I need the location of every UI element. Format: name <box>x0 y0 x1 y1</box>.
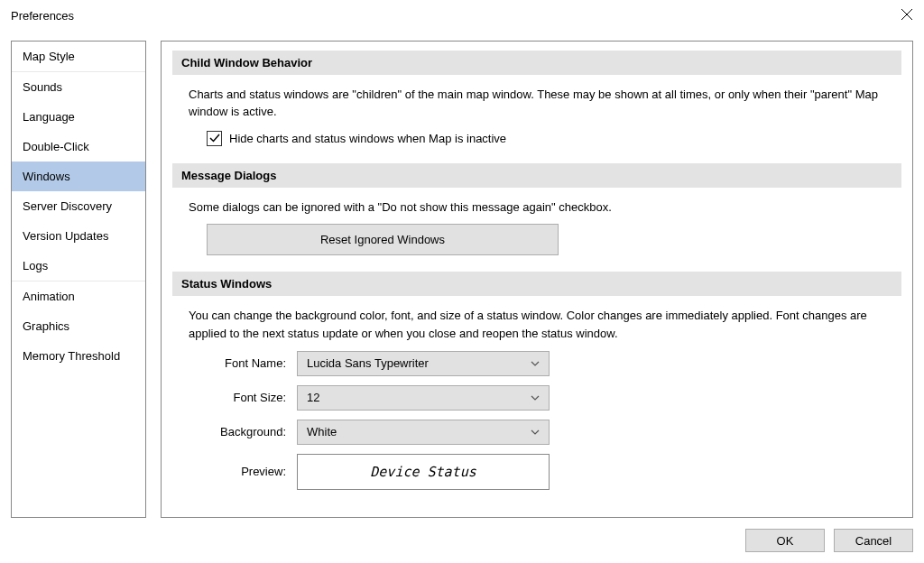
sidebar-item-version-updates[interactable]: Version Updates <box>12 221 145 251</box>
section-body-status-windows: You can change the background color, fon… <box>172 303 901 508</box>
preview-box: Device Status <box>297 454 550 490</box>
sidebar-item-sounds[interactable]: Sounds <box>12 72 145 102</box>
sidebar-group: Animation Graphics Memory Threshold <box>12 282 145 371</box>
font-name-value: Lucida Sans Typewriter <box>307 355 429 373</box>
status-windows-form: Font Name: Lucida Sans Typewriter Font S… <box>189 351 885 490</box>
sidebar-item-windows[interactable]: Windows <box>12 162 145 191</box>
ok-button[interactable]: OK <box>745 529 825 552</box>
sidebar-group: Map Style <box>12 42 145 72</box>
section-header-status-windows: Status Windows <box>172 272 901 296</box>
check-icon <box>209 133 220 143</box>
sidebar-item-graphics[interactable]: Graphics <box>12 311 145 341</box>
message-dialogs-description: Some dialogs can be ignored with a "Do n… <box>189 198 885 217</box>
section-body-child-window: Charts and status windows are "children"… <box>172 82 901 157</box>
sidebar-item-logs[interactable]: Logs <box>12 251 145 281</box>
child-window-description: Charts and status windows are "children"… <box>189 86 885 121</box>
background-label: Background: <box>189 423 297 441</box>
preview-label: Preview: <box>189 463 297 481</box>
close-button[interactable] <box>901 8 913 23</box>
section-body-message-dialogs: Some dialogs can be ignored with a "Do n… <box>172 195 901 264</box>
preview-text: Device Status <box>370 462 476 483</box>
close-icon <box>901 8 913 21</box>
chevron-down-icon <box>531 359 540 368</box>
section-header-child-window: Child Window Behavior <box>172 51 901 75</box>
reset-ignored-windows-button[interactable]: Reset Ignored Windows <box>207 224 559 256</box>
titlebar: Preferences <box>0 0 924 32</box>
sidebar-item-map-style[interactable]: Map Style <box>12 42 145 71</box>
background-row: Background: White <box>189 420 885 445</box>
font-name-label: Font Name: <box>189 355 297 373</box>
hide-charts-checkbox-row[interactable]: Hide charts and status windows when Map … <box>207 130 885 148</box>
font-size-value: 12 <box>307 389 319 407</box>
font-size-select[interactable]: 12 <box>297 385 550 411</box>
section-header-message-dialogs: Message Dialogs <box>172 163 901 188</box>
sidebar-item-language[interactable]: Language <box>12 102 145 132</box>
font-size-row: Font Size: 12 <box>189 385 885 411</box>
window-title: Preferences <box>11 9 74 23</box>
background-value: White <box>307 423 337 441</box>
content-area: Map Style Sounds Language Double-Click W… <box>0 32 924 519</box>
font-size-label: Font Size: <box>189 389 297 407</box>
status-windows-description: You can change the background color, fon… <box>189 307 885 342</box>
sidebar-item-server-discovery[interactable]: Server Discovery <box>12 191 145 221</box>
font-name-row: Font Name: Lucida Sans Typewriter <box>189 351 885 376</box>
chevron-down-icon <box>531 393 540 402</box>
sidebar-item-double-click[interactable]: Double-Click <box>12 132 145 162</box>
sidebar-group: Sounds Language Double-Click Windows Ser… <box>12 72 145 282</box>
background-select[interactable]: White <box>297 420 550 445</box>
font-name-select[interactable]: Lucida Sans Typewriter <box>297 351 550 376</box>
main-panel: Child Window Behavior Charts and status … <box>161 41 913 519</box>
chevron-down-icon <box>531 428 540 437</box>
sidebar-item-memory-threshold[interactable]: Memory Threshold <box>12 341 145 371</box>
hide-charts-checkbox[interactable] <box>207 131 222 146</box>
sidebar-item-animation[interactable]: Animation <box>12 282 145 311</box>
preview-row: Preview: Device Status <box>189 454 885 490</box>
sidebar: Map Style Sounds Language Double-Click W… <box>11 41 146 519</box>
cancel-button[interactable]: Cancel <box>834 529 913 552</box>
hide-charts-label: Hide charts and status windows when Map … <box>229 130 506 148</box>
footer: OK Cancel <box>0 518 924 563</box>
